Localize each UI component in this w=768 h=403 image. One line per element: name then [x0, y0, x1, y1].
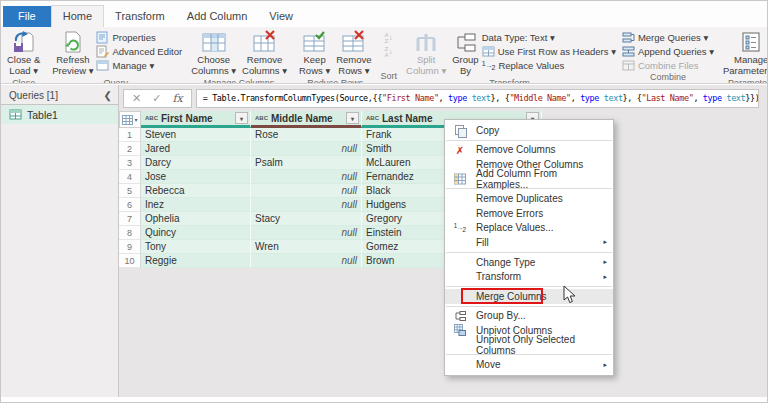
menu-item-replace-values[interactable]: 1→2 Replace Values... — [445, 221, 613, 236]
two-glyph: 2 — [492, 64, 496, 71]
cell[interactable]: Psalm — [251, 156, 362, 170]
menu-item-remove-errors[interactable]: Remove Errors — [445, 206, 613, 221]
table-row[interactable]: 2JarednullSmith — [119, 142, 767, 156]
row-number: 8 — [119, 226, 141, 240]
menu-item-transform[interactable]: Transform ▸ — [445, 269, 613, 284]
table-row[interactable]: 8QuincynullEinstein — [119, 226, 767, 240]
choose-columns-label-1: Choose — [197, 54, 230, 65]
menu-separator — [446, 306, 612, 307]
use-first-row-as-headers-button[interactable]: Use First Row as Headers ▾ — [482, 44, 616, 58]
menu-item-add-column-from-examples[interactable]: Add Column From Examples... — [445, 172, 613, 187]
table-options-button[interactable]: ▾ — [119, 111, 141, 128]
table-row[interactable]: 4JosenullFernandez — [119, 170, 767, 184]
cell[interactable]: Jose — [141, 170, 251, 184]
replace-values-icon: 1→2 — [482, 60, 496, 71]
tab-file[interactable]: File — [3, 6, 51, 27]
cell[interactable]: Tony — [141, 240, 251, 254]
data-type-button[interactable]: Data Type: Text ▾ — [482, 30, 616, 44]
table-row[interactable]: 10ReggienullBrown — [119, 254, 767, 268]
manage-parameters-icon — [739, 30, 763, 54]
table-row[interactable]: 1StevenRoseFrank — [119, 128, 767, 142]
filter-dropdown-button[interactable]: ▾ — [235, 112, 248, 124]
table-icon — [9, 108, 22, 121]
manage-parameters-button[interactable]: Manage Parameters ▾ — [720, 29, 767, 78]
cell[interactable]: Jared — [141, 142, 251, 156]
combine-files-label: Combine Files — [638, 60, 699, 71]
close-load-label-1: Close & — [7, 54, 40, 65]
table-row[interactable]: 7OpheliaStacyGregory — [119, 212, 767, 226]
cell[interactable]: Ophelia — [141, 212, 251, 226]
remove-columns-label-1: Remove — [247, 54, 282, 65]
cell[interactable]: null — [251, 170, 362, 184]
table-row[interactable]: 6IneznullHudgens — [119, 198, 767, 212]
tab-view[interactable]: View — [258, 6, 304, 27]
cell[interactable]: null — [251, 226, 362, 240]
group-by-label-1: Group — [452, 54, 478, 65]
cell[interactable]: Rose — [251, 128, 362, 142]
merge-queries-button[interactable]: Merge Queries ▾ — [622, 30, 714, 44]
sort-descending-button[interactable]: ZA ↓ — [385, 46, 393, 58]
menu-item-merge-columns[interactable]: Merge Columns — [445, 289, 613, 304]
close-and-load-button[interactable]: Close & Load ▾ — [4, 29, 43, 78]
tab-add-column[interactable]: Add Column — [176, 6, 259, 27]
split-column-button[interactable]: Split Column ▾ — [403, 29, 449, 78]
cell[interactable]: Darcy — [141, 156, 251, 170]
cell[interactable]: Reggie — [141, 254, 251, 268]
column-header-middle-name[interactable]: ABC Middle Name ▾ — [251, 111, 362, 128]
cell[interactable]: Steven — [141, 128, 251, 142]
menu-item-change-type[interactable]: Change Type ▸ — [445, 255, 613, 270]
cell[interactable]: Stacy — [251, 212, 362, 226]
manage-icon — [96, 59, 109, 72]
cell[interactable]: null — [251, 198, 362, 212]
split-column-icon — [414, 30, 438, 54]
menu-item-fill[interactable]: Fill ▸ — [445, 235, 613, 250]
ribbon-group-combine: Merge Queries ▾ Append Queries ▾ Combine… — [619, 27, 717, 83]
tab-home[interactable]: Home — [51, 5, 104, 27]
merge-queries-icon — [622, 31, 635, 44]
submenu-arrow-icon: ▸ — [603, 238, 607, 246]
filter-dropdown-button[interactable]: ▾ — [346, 112, 359, 124]
menu-item-group-by[interactable]: Group By... — [445, 309, 613, 324]
cell[interactable]: null — [251, 184, 362, 198]
cell[interactable]: null — [251, 254, 362, 268]
refresh-preview-button[interactable]: Refresh Preview ▾ — [49, 29, 96, 78]
remove-rows-button[interactable]: Remove Rows ▾ — [333, 29, 374, 78]
properties-button[interactable]: Properties — [96, 30, 182, 44]
keep-rows-button[interactable]: Keep Rows ▾ — [296, 29, 333, 78]
formula-input[interactable]: = Table.TransformColumnTypes(Source,{{"F… — [196, 89, 759, 108]
editor-main: ✕ ✓ fx = Table.TransformColumnTypes(Sour… — [119, 85, 767, 397]
cell[interactable]: Wren — [251, 240, 362, 254]
choose-columns-button[interactable]: Choose Columns ▾ — [188, 29, 239, 78]
append-queries-button[interactable]: Append Queries ▾ — [622, 44, 714, 58]
submenu-arrow-icon: ▸ — [603, 258, 607, 266]
table-row[interactable]: 3DarcyPsalmMcLauren — [119, 156, 767, 170]
column-header-first-name[interactable]: ABC First Name ▾ — [141, 111, 251, 128]
group-by-button[interactable]: Group By — [449, 29, 481, 78]
remove-columns-button[interactable]: Remove Columns ▾ — [239, 29, 290, 78]
unpivot-columns-icon — [452, 323, 468, 337]
menu-item-unpivot-only-selected[interactable]: Unpivot Only Selected Columns — [445, 338, 613, 353]
fx-icon: fx — [172, 92, 182, 105]
combine-files-button[interactable]: Combine Files — [622, 58, 714, 72]
menu-item-move[interactable]: Move ▸ — [445, 357, 613, 372]
table-row[interactable]: 5RebeccanullBlack — [119, 184, 767, 198]
collapse-pane-button[interactable]: ❮ — [104, 90, 112, 101]
tab-transform[interactable]: Transform — [104, 6, 176, 27]
cell[interactable]: Rebecca — [141, 184, 251, 198]
table-row[interactable]: 9TonyWrenGomez — [119, 240, 767, 254]
formula-commit-button[interactable]: ✓ — [152, 92, 161, 105]
caret-down-icon: ▾ — [134, 116, 137, 123]
menu-item-copy[interactable]: Copy — [445, 123, 613, 138]
replace-values-button[interactable]: 1→2 Replace Values — [482, 58, 616, 72]
advanced-editor-button[interactable]: Advanced Editor — [96, 44, 182, 58]
cell[interactable]: null — [251, 142, 362, 156]
menu-item-remove-columns[interactable]: ···✗ Remove Columns — [445, 143, 613, 158]
sort-ascending-button[interactable]: AZ ↓ — [385, 32, 393, 44]
cell[interactable]: Quincy — [141, 226, 251, 240]
menu-item-remove-duplicates[interactable]: Remove Duplicates — [445, 191, 613, 206]
queries-pane: Queries [1] ❮ Table1 — [1, 85, 119, 397]
query-list-item-table1[interactable]: Table1 — [1, 105, 118, 124]
manage-button[interactable]: Manage ▾ — [96, 58, 182, 72]
cell[interactable]: Inez — [141, 198, 251, 212]
formula-cancel-button[interactable]: ✕ — [132, 92, 141, 105]
